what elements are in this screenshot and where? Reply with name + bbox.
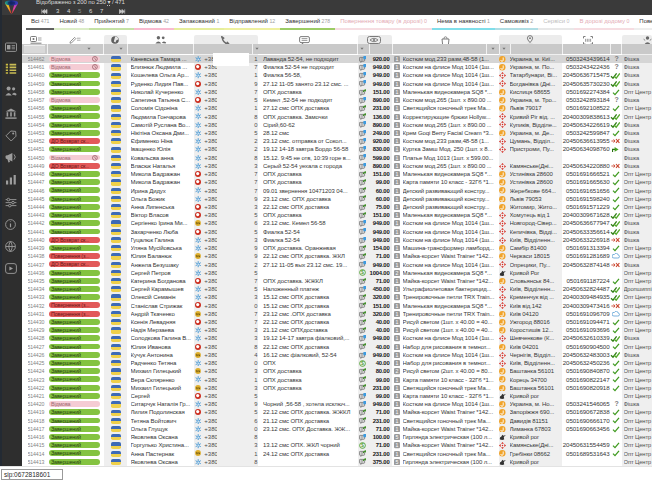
svg-text:1: 1: [395, 335, 398, 341]
svg-text:1: 1: [395, 278, 398, 284]
svg-text:1: 1: [395, 105, 398, 111]
svg-text:1: 1: [395, 327, 398, 333]
svg-text:1: 1: [395, 286, 398, 292]
svg-text:1: 1: [395, 204, 398, 210]
svg-text:5: 5: [395, 459, 398, 465]
svg-text:2: 2: [395, 270, 398, 276]
svg-text:1: 1: [395, 245, 398, 251]
svg-text:1: 1: [395, 229, 398, 235]
svg-text:1: 1: [395, 138, 398, 144]
svg-text:1: 1: [395, 442, 398, 448]
svg-text:1: 1: [395, 360, 398, 366]
svg-text:1: 1: [395, 89, 398, 95]
svg-text:1: 1: [395, 81, 398, 87]
svg-text:1: 1: [395, 262, 398, 268]
svg-text:1: 1: [395, 220, 398, 226]
svg-text:2: 2: [395, 368, 398, 374]
svg-text:1: 1: [395, 179, 398, 185]
svg-text:1: 1: [395, 163, 398, 169]
svg-text:1: 1: [395, 303, 398, 309]
svg-text:1: 1: [395, 385, 398, 391]
svg-text:1: 1: [395, 171, 398, 177]
svg-text:1: 1: [395, 64, 398, 70]
svg-text:1: 1: [395, 97, 398, 103]
svg-text:1: 1: [395, 451, 398, 457]
svg-text:1: 1: [395, 237, 398, 243]
svg-text:1: 1: [395, 311, 398, 317]
svg-text:1: 1: [395, 196, 398, 202]
svg-text:5: 5: [395, 434, 398, 440]
svg-text:1: 1: [395, 114, 398, 120]
svg-text:1: 1: [395, 122, 398, 128]
svg-text:1: 1: [395, 212, 398, 218]
svg-text:1: 1: [395, 253, 398, 259]
svg-text:1: 1: [395, 401, 398, 407]
svg-text:1: 1: [395, 319, 398, 325]
svg-text:1: 1: [395, 155, 398, 161]
svg-text:1: 1: [395, 130, 398, 136]
svg-text:1: 1: [395, 56, 398, 62]
svg-text:1: 1: [395, 426, 398, 432]
svg-text:1: 1: [395, 344, 398, 350]
svg-text:1: 1: [395, 146, 398, 152]
svg-text:1: 1: [395, 188, 398, 194]
svg-text:1: 1: [395, 72, 398, 78]
svg-text:1: 1: [395, 377, 398, 383]
svg-text:1: 1: [395, 409, 398, 415]
svg-text:1: 1: [395, 294, 398, 300]
svg-text:1: 1: [395, 352, 398, 358]
svg-text:1: 1: [395, 393, 398, 399]
svg-text:1: 1: [395, 418, 398, 424]
